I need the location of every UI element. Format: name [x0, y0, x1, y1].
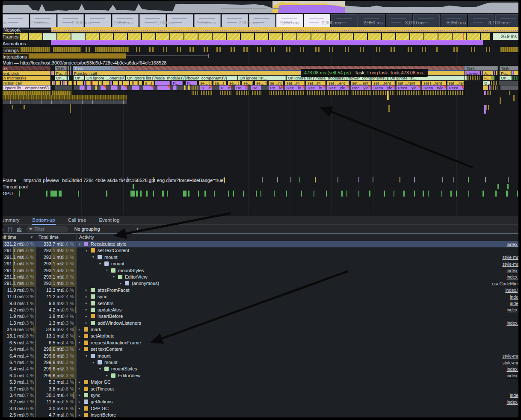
flame-segment[interactable]: set …ent — [327, 81, 349, 85]
whole-word-icon[interactable]: ab — [17, 226, 22, 232]
flame-segment[interactable]: Task — [500, 66, 518, 70]
grouping-select[interactable]: No grouping ▼ — [74, 226, 139, 232]
frame-block[interactable] — [467, 33, 480, 40]
collapse-arrow-icon[interactable]: ▾ — [86, 249, 91, 253]
expand-arrow-icon[interactable]: ▸ — [86, 301, 91, 305]
frame-duration-badge[interactable]: 26.9 ms — [493, 33, 518, 40]
flame-segment[interactable] — [65, 81, 67, 85]
table-row[interactable]: 3.0 ms0.6 %3.0 ms0.6 %▸CPP GC — [0, 405, 521, 412]
flame-segment[interactable] — [307, 91, 326, 95]
frame-block[interactable] — [481, 33, 490, 40]
flame-segment[interactable] — [113, 81, 118, 85]
flame-segment[interactable] — [201, 91, 213, 95]
flame-segment[interactable]: On…) — [74, 76, 84, 80]
flame-segment[interactable] — [491, 81, 498, 85]
expand-arrow-icon[interactable]: ▸ — [86, 288, 91, 292]
flame-segment[interactable] — [143, 85, 154, 90]
flame-segment[interactable]: un microtasks — [0, 76, 50, 80]
flame-segment[interactable] — [139, 81, 142, 85]
flame-segment[interactable]: Task — [55, 66, 67, 70]
collapse-arrow-icon[interactable]: ▾ — [99, 262, 104, 266]
flame-segment[interactable]: set…nt — [285, 81, 305, 85]
table-row[interactable]: 3.7 ms0.8 %3.8 ms0.8 %▸setTimeout — [0, 386, 521, 392]
table-row[interactable]: 291.1 ms61.6 %293.1 ms62.0 %▾mountstyle-… — [0, 261, 521, 267]
flame-segment[interactable] — [0, 100, 127, 104]
table-row[interactable]: 291.1 ms61.6 %293.1 ms62.0 %▾mountstyle-… — [0, 254, 521, 261]
thread-pool-label[interactable]: Thread pool — [3, 184, 28, 189]
flame-segment[interactable]: ask — [0, 66, 50, 70]
flame-segment[interactable]: set …tent — [447, 81, 464, 85]
flame-segment[interactable] — [509, 91, 510, 95]
collapse-arrow-icon[interactable]: ▾ — [113, 275, 118, 279]
flame-segment[interactable] — [328, 91, 349, 95]
flame-segment[interactable] — [70, 66, 71, 70]
table-row[interactable]: 3.2 ms0.7 %11.8 ms2.5 %▸getActionsindex.… — [0, 399, 521, 405]
flame-segment[interactable] — [53, 81, 55, 85]
flame-segment[interactable]: Task — [465, 66, 498, 70]
flame-segment[interactable] — [103, 81, 110, 85]
flame-segment[interactable] — [123, 81, 129, 85]
expand-arrow-icon[interactable]: ▸ — [120, 282, 125, 285]
table-row[interactable]: 6.4 ms1.4 %299.6 ms63.3 %▾mountStylesind… — [0, 366, 521, 372]
flame-segment[interactable]: O… — [483, 81, 490, 85]
flame-segment[interactable] — [493, 76, 494, 80]
frame-block[interactable] — [86, 33, 99, 40]
frame-block[interactable] — [114, 33, 127, 40]
flame-segment[interactable] — [184, 85, 186, 90]
flame-segment[interactable] — [192, 85, 198, 90]
flame-segment[interactable]: s…t — [144, 81, 154, 85]
table-row[interactable]: 3.4 ms0.7 %30.1 ms6.4 %▸syncindex. — [0, 392, 521, 399]
frame-block[interactable] — [382, 33, 395, 40]
flame-segment[interactable]: unction call — [0, 81, 50, 85]
frame-block[interactable] — [340, 33, 353, 40]
flame-segment[interactable]: Re…e — [235, 85, 248, 90]
flame-segment[interactable] — [119, 81, 122, 85]
flame-segment[interactable] — [157, 85, 170, 90]
expand-arrow-icon[interactable]: ▸ — [106, 373, 111, 377]
frame-block[interactable] — [128, 33, 141, 40]
collapse-arrow-icon[interactable]: ▾ — [79, 347, 84, 351]
expand-arrow-icon[interactable]: ▸ — [79, 393, 84, 397]
flame-segment[interactable]: set t…tent — [422, 81, 446, 85]
flame-segment[interactable]: Layout — [465, 71, 480, 76]
main-thread-label[interactable]: Main — http://localhost:3000/projects/bd… — [3, 60, 166, 65]
flame-segment[interactable] — [269, 91, 284, 95]
animations-bar[interactable] — [51, 40, 483, 45]
flame-segment[interactable] — [481, 71, 483, 76]
flame-segment[interactable] — [24, 105, 25, 109]
flame-segment[interactable] — [484, 105, 486, 114]
timeline-overview-minimap[interactable] — [3, 1, 518, 13]
flame-segment[interactable]: set …ent — [351, 81, 371, 85]
flame-segment[interactable] — [110, 81, 112, 85]
frame-block[interactable] — [311, 33, 325, 40]
flame-segment[interactable] — [99, 81, 102, 85]
frame-block[interactable] — [297, 33, 311, 40]
flame-segment[interactable] — [0, 91, 50, 95]
tab-event-log[interactable]: Event log — [99, 216, 119, 225]
flame-segment[interactable] — [500, 97, 501, 104]
flame-segment[interactable]: On…) — [55, 76, 67, 80]
table-row[interactable]: 11.0 ms2.3 %11.2 ms2.4 %▸syncindex. — [0, 294, 521, 300]
flame-segment[interactable] — [130, 81, 133, 85]
table-row[interactable]: 5.3 ms1.1 %5.3 ms1.1 %▸Major GC — [0, 379, 521, 385]
flame-segment[interactable]: F…l — [483, 76, 493, 80]
flame-segment[interactable] — [486, 105, 489, 110]
frames-track-label[interactable]: Frames — [1, 34, 20, 40]
frame-block[interactable] — [57, 33, 71, 40]
collapse-arrow-icon[interactable]: ▾ — [92, 361, 98, 364]
flame-segment[interactable]: On ignore list… — [238, 76, 286, 80]
flame-segment[interactable]: se…t — [228, 81, 240, 85]
regex-icon[interactable]: (*) — [8, 226, 12, 232]
gpu-track-label[interactable]: GPU — [3, 191, 13, 196]
flame-segment[interactable] — [487, 91, 491, 95]
table-row[interactable]: 1.9 ms0.4 %1.9 ms0.4 %▸insertBefore — [0, 313, 521, 320]
flame-segment[interactable] — [111, 85, 118, 90]
frame-block[interactable] — [170, 33, 184, 40]
expand-arrow-icon[interactable]: ▸ — [79, 328, 84, 332]
source-link[interactable]: useCodeMirror — [492, 281, 521, 286]
frame-block[interactable] — [283, 33, 296, 40]
flame-segment[interactable]: Reca…tyle — [422, 85, 446, 90]
table-row[interactable]: 6.4 ms1.4 %299.6 ms63.3 %▾mountstyle-mod — [0, 359, 521, 366]
table-row[interactable]: 2.5 ms0.5 %4.7 ms1.0 %▸insertBefore — [0, 412, 521, 418]
frame-block[interactable] — [184, 33, 198, 40]
